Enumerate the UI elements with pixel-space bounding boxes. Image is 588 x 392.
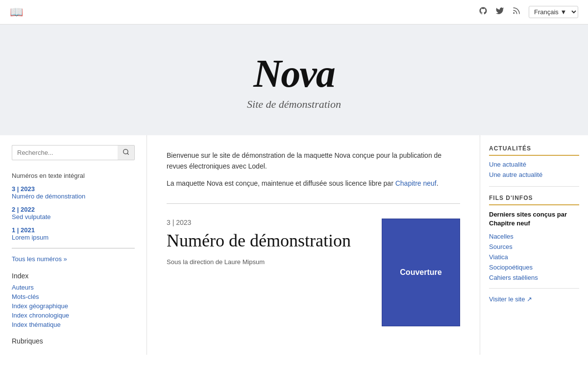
issues-section-title: Numéros en texte intégral xyxy=(12,172,135,179)
content-divider xyxy=(167,203,460,204)
index-chronologique-link[interactable]: Index chronologique xyxy=(12,312,135,319)
chapitre-neuf-link[interactable]: Chapitre neuf xyxy=(395,179,437,187)
intro-paragraph-2: La maquette Nova est conçue, maintenue e… xyxy=(167,178,460,189)
search-button[interactable] xyxy=(118,145,135,160)
site-title: Nova xyxy=(10,54,578,93)
actualite-1-link[interactable]: Une actualité xyxy=(489,161,579,168)
actualite-2-link[interactable]: Une autre actualité xyxy=(489,171,579,178)
sociopoetiques-link[interactable]: Sociopoétiques xyxy=(489,264,579,271)
right-sidebar: ACTUALITÉS Une actualité Une autre actua… xyxy=(480,135,588,355)
left-sidebar: Numéros en texte intégral 3 | 2023 Numér… xyxy=(0,135,147,355)
actualites-title: ACTUALITÉS xyxy=(489,145,579,156)
index-mots-cles-link[interactable]: Mots-clés xyxy=(12,293,135,300)
index-section-title: Index xyxy=(12,272,135,280)
issue-cover-image: Couverture xyxy=(382,219,460,326)
featured-issue-card: 3 | 2023 Numéro de démonstration Sous la… xyxy=(167,219,460,326)
derniers-sites-text: Derniers sites conçus par Chapitre neuf xyxy=(489,210,579,228)
svg-line-1 xyxy=(127,153,129,155)
issue-card-text: 3 | 2023 Numéro de démonstration Sous la… xyxy=(167,219,367,266)
nacelles-link[interactable]: Nacelles xyxy=(489,233,579,240)
list-item: 1 | 2021 Lorem ipsum xyxy=(12,226,135,241)
rubriques-section-title: Rubriques xyxy=(12,337,135,345)
twitter-icon[interactable] xyxy=(495,6,504,18)
issue-director: Sous la direction de Laure Mipsum xyxy=(167,258,367,266)
github-icon[interactable] xyxy=(479,6,488,18)
search-input[interactable] xyxy=(12,145,118,160)
all-issues-link[interactable]: Tous les numéros » xyxy=(12,255,67,263)
main-layout: Numéros en texte intégral 3 | 2023 Numér… xyxy=(0,135,588,355)
issue-1-link[interactable]: 1 | 2021 xyxy=(12,226,135,234)
issue-3-subtitle[interactable]: Numéro de démonstration xyxy=(12,193,135,200)
index-geographique-link[interactable]: Index géographique xyxy=(12,302,135,310)
cover-label: Couverture xyxy=(400,268,441,277)
book-icon: 📖 xyxy=(10,6,23,19)
issue-2-link[interactable]: 2 | 2022 xyxy=(12,206,135,213)
visit-site-link[interactable]: Visiter le site ↗ xyxy=(489,295,532,303)
right-divider-2 xyxy=(489,288,579,289)
intro-p2-before: La maquette Nova est conçue, maintenue e… xyxy=(167,179,395,187)
rss-icon[interactable] xyxy=(512,6,521,18)
issue-1-subtitle[interactable]: Lorem ipsum xyxy=(12,234,135,241)
intro-p2-after: . xyxy=(437,179,439,187)
nav-logo-area: 📖 xyxy=(10,6,23,19)
list-item: 3 | 2023 Numéro de démonstration xyxy=(12,185,135,200)
index-thematique-link[interactable]: Index thématique xyxy=(12,321,135,328)
intro-paragraph-1: Bienvenue sur le site de démonstration d… xyxy=(167,150,460,172)
main-content: Bienvenue sur le site de démonstration d… xyxy=(147,135,480,355)
index-auteurs-link[interactable]: Auteurs xyxy=(12,284,135,291)
nav-actions: Français ▼ English xyxy=(479,6,578,18)
list-item: 2 | 2022 Sed vulputate xyxy=(12,206,135,220)
search-bar xyxy=(12,145,135,160)
top-navigation: 📖 Français ▼ English xyxy=(0,0,588,24)
fils-infos-title: FILS D'INFOS xyxy=(489,195,579,205)
right-divider-1 xyxy=(489,186,579,187)
issue-3-link[interactable]: 3 | 2023 xyxy=(12,185,135,193)
viatica-link[interactable]: Viatica xyxy=(489,253,579,261)
sources-link[interactable]: Sources xyxy=(489,243,579,250)
cahiers-staeliens-link[interactable]: Cahiers staëliens xyxy=(489,274,579,281)
issue-2-subtitle[interactable]: Sed vulputate xyxy=(12,213,135,220)
issue-number-label: 3 | 2023 xyxy=(167,219,367,226)
hero-section: Nova Site de démonstration xyxy=(0,24,588,135)
issue-main-title: Numéro de démonstration xyxy=(167,230,367,251)
site-subtitle: Site de démonstration xyxy=(10,98,578,111)
language-select[interactable]: Français ▼ English xyxy=(529,6,578,18)
sidebar-divider xyxy=(12,248,135,248)
